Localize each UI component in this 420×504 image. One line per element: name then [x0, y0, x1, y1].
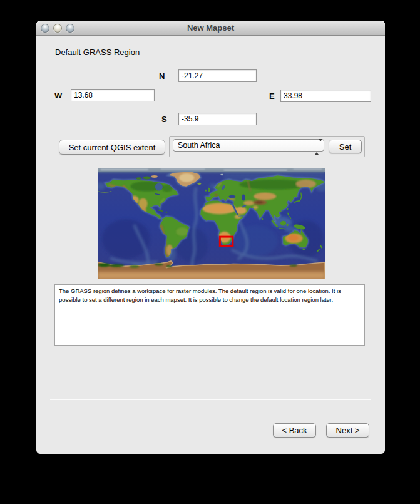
- west-label: W: [54, 91, 62, 100]
- next-button[interactable]: Next >: [326, 423, 369, 438]
- set-current-qgis-extent-button[interactable]: Set current QGIS extent: [59, 140, 165, 155]
- location-template-select[interactable]: South Africa: [173, 139, 324, 152]
- south-label: S: [161, 115, 167, 124]
- selected-location: South Africa: [178, 141, 220, 150]
- new-mapset-window: New Mapset Default GRASS Region N W E S …: [36, 21, 385, 454]
- back-button[interactable]: < Back: [273, 423, 316, 438]
- window-title: New Mapset: [36, 23, 385, 33]
- south-input[interactable]: [178, 113, 257, 125]
- north-label: N: [159, 71, 165, 81]
- world-map-preview: [98, 168, 325, 279]
- set-button[interactable]: Set: [329, 140, 362, 153]
- footer-divider: [50, 399, 371, 399]
- title-bar[interactable]: New Mapset: [36, 21, 385, 36]
- east-label: E: [269, 91, 275, 101]
- combo-arrows-icon: [315, 141, 320, 150]
- east-input[interactable]: [280, 90, 371, 102]
- region-description-text: The GRASS region defines a workspace for…: [54, 284, 365, 346]
- north-input[interactable]: [178, 69, 257, 82]
- world-map: [98, 168, 325, 279]
- west-input[interactable]: [71, 89, 155, 101]
- page-title: Default GRASS Region: [55, 48, 140, 57]
